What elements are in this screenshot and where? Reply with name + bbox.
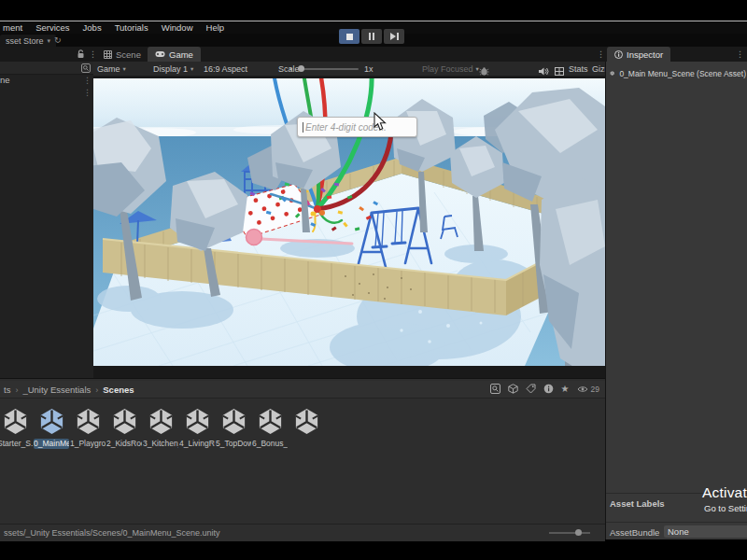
menu-item-services[interactable]: Services [35, 22, 69, 33]
step-icon-bar [397, 33, 399, 40]
breadcrumb-separator-icon: › [95, 385, 98, 395]
tab-inspector-label: Inspector [627, 49, 663, 60]
scale-value: 1x [364, 62, 374, 76]
chevron-down-icon: ▾ [48, 37, 51, 45]
inspector-header: 0_Main Menu_Scene (Scene Asset) [610, 66, 746, 80]
package-icon[interactable] [508, 384, 518, 394]
hierarchy-scene-item[interactable]: ne ⋮ [0, 75, 93, 86]
asset-tile[interactable]: 6_Bonus_Cu... [252, 407, 288, 457]
activate-watermark-line2: Go to Settin [704, 503, 747, 513]
item-menu-icon[interactable]: ⋮ [83, 75, 92, 86]
asset-tile-selected[interactable]: 0_MainMen... [34, 407, 69, 457]
chevron-down-icon: ▾ [190, 65, 193, 73]
asset-tile[interactable]: 1_Playgroun... [70, 407, 106, 457]
scale-slider-knob[interactable] [298, 65, 304, 72]
asset-tile[interactable]: 4_LivingRoo... [179, 407, 215, 457]
unity-cube-icon [1, 407, 30, 436]
project-toolbar-tools: ★ 29 [490, 384, 599, 394]
item-menu-icon-2[interactable]: ⋮ [83, 87, 92, 98]
unity-cube-icon [183, 407, 212, 436]
asset-tile[interactable]: 5_TopDown... [216, 407, 251, 457]
asset-label: 1_Playgroun... [70, 439, 106, 449]
text-caret [303, 122, 303, 133]
project-panel: ts › _Unity Essentials › Scenes [0, 378, 605, 540]
project-toolbar: ts › _Unity Essentials › Scenes [0, 381, 605, 399]
game-panel-menu-icon[interactable]: ⋮ [597, 47, 605, 62]
asset-label: 0_MainMen... [34, 439, 69, 449]
play-focused-dropdown[interactable]: Play Focused▾ [422, 62, 479, 76]
asset-store-tab[interactable]: sset Store ▾ [0, 35, 56, 47]
inspector-panel: 0_Main Menu_Scene (Scene Asset) Asset La… [605, 62, 747, 539]
asset-tile[interactable] [289, 407, 324, 457]
asset-tile[interactable]: 2_KidsRoom... [106, 407, 142, 457]
display-dropdown[interactable]: Display 1▾ [153, 62, 193, 76]
favorites-star-icon[interactable]: ★ [561, 385, 570, 394]
debug-bug-icon[interactable] [479, 64, 489, 78]
sync-icon: ↻ [54, 35, 62, 45]
asset-tile[interactable]: Starter_S... [0, 407, 33, 457]
asset-label: 5_TopDown... [216, 439, 251, 449]
info-icon[interactable] [543, 384, 554, 394]
menu-item-help[interactable]: Help [206, 22, 225, 33]
inspector-title: 0_Main Menu_Scene (Scene Asset) [619, 69, 746, 78]
breadcrumb-separator-icon: › [15, 385, 18, 395]
mute-audio-icon[interactable] [539, 64, 549, 78]
tab-scene[interactable]: Scene [96, 47, 148, 62]
project-footer: ssets/_Unity Essentials/Scenes/0_MainMen… [0, 524, 605, 541]
unity-editor-window: ment Services Jobs Tutorials Window Help… [0, 0, 747, 560]
lock-icon[interactable] [77, 49, 85, 59]
label-tag-icon[interactable] [526, 384, 536, 394]
menu-item-tutorials[interactable]: Tutorials [115, 22, 148, 33]
asset-tile[interactable]: 3_Kitchen_A... [143, 407, 178, 457]
icon-size-slider-knob[interactable] [575, 529, 582, 536]
activate-watermark-line1: Activate V [702, 484, 747, 501]
pause-button[interactable] [361, 29, 382, 44]
asset-labels-header[interactable]: Asset Labels [610, 498, 665, 509]
tab-inspector[interactable]: Inspector [607, 47, 670, 62]
eye-icon [577, 385, 588, 393]
step-icon [390, 33, 396, 40]
unity-cube-icon [37, 407, 66, 436]
scale-slider[interactable] [301, 68, 359, 70]
step-button[interactable] [384, 29, 404, 44]
pause-icon [369, 33, 374, 40]
code-input[interactable]: Enter 4-digit code... [297, 117, 417, 137]
asset-label: 6_Bonus_Cu... [252, 439, 288, 449]
unity-cube-icon [292, 407, 321, 436]
game-mode-dropdown[interactable]: Game▾ [97, 62, 126, 76]
asset-label: 2_KidsRoom... [106, 439, 142, 449]
game-panel: Game▾ Display 1▾ 16:9 Aspect▾ Scale 1x P… [93, 62, 605, 378]
menu-item-component[interactable]: ment [3, 22, 22, 33]
scale-label: Scale [278, 62, 300, 76]
divider [606, 522, 747, 523]
breadcrumb-scenes[interactable]: Scenes [103, 385, 134, 395]
breadcrumb-unity-essentials[interactable]: _Unity Essentials [22, 385, 91, 395]
vsync-grid-icon[interactable] [555, 64, 564, 78]
tab-game[interactable]: Game [148, 47, 201, 62]
tab-strip: ⋮ Scene Game ⋮ Inspector ⋮ [0, 47, 747, 62]
chevron-down-icon: ▾ [123, 65, 126, 73]
icon-size-slider[interactable] [549, 532, 590, 534]
scene-asset-icon [610, 66, 614, 80]
asset-label [289, 439, 324, 449]
stats-button[interactable]: Stats [569, 62, 588, 76]
hidden-packages-toggle[interactable]: 29 [577, 385, 599, 394]
game-viewport[interactable]: Enter 4-digit code... [93, 78, 605, 366]
play-active-icon [346, 34, 353, 40]
breadcrumb: ts › _Unity Essentials › Scenes [4, 385, 134, 395]
scene-icon [104, 50, 112, 59]
menu-item-jobs[interactable]: Jobs [83, 22, 102, 33]
inspector-menu-icon[interactable]: ⋮ [736, 47, 744, 62]
unity-cube-icon [74, 407, 103, 436]
play-controls [339, 29, 404, 44]
unity-cube-icon [147, 407, 176, 436]
play-button[interactable] [339, 29, 359, 44]
search-icon[interactable] [81, 63, 91, 73]
breadcrumb-assets[interactable]: ts [4, 385, 10, 395]
assetbundle-dropdown[interactable]: None [664, 525, 747, 538]
hierarchy-toolbar [0, 62, 93, 75]
asset-label: 3_Kitchen_A... [143, 439, 178, 449]
tab-scene-label: Scene [116, 49, 141, 60]
menu-item-window[interactable]: Window [162, 22, 193, 33]
search-icon[interactable] [490, 384, 500, 394]
